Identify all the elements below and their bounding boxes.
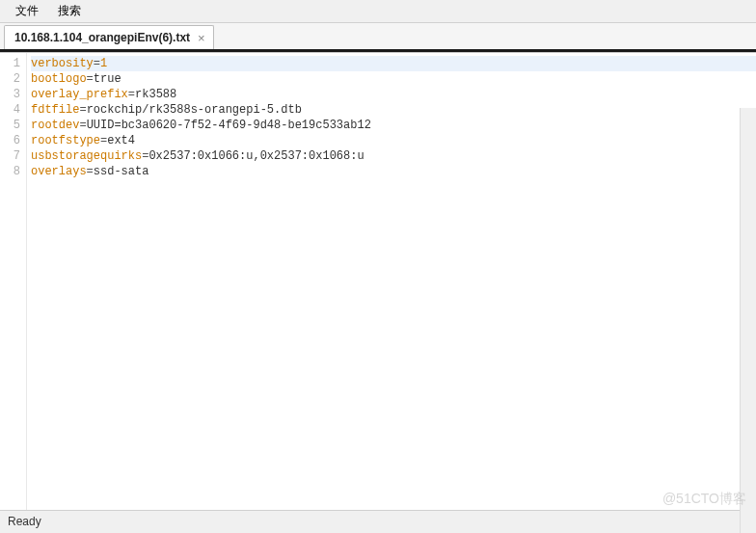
line-number: 8 — [0, 164, 20, 179]
line-number: 2 — [0, 71, 20, 87]
line-number: 5 — [0, 118, 20, 133]
code-line: bootlogo=true — [31, 71, 756, 87]
code-line: overlay_prefix=rk3588 — [31, 87, 756, 102]
editor-area: 1 2 3 4 5 6 7 8 verbosity=1 bootlogo=tru… — [0, 52, 756, 510]
tab-title: 10.168.1.104_orangepiEnv(6).txt — [14, 31, 190, 44]
line-number: 7 — [0, 148, 20, 164]
code-line: verbosity=1 — [31, 56, 756, 71]
status-text: Ready — [8, 515, 41, 528]
menu-file[interactable]: 文件 — [6, 1, 48, 21]
line-number-gutter: 1 2 3 4 5 6 7 8 — [0, 53, 27, 510]
close-icon[interactable]: × — [198, 32, 205, 44]
code-line: rootfstype=ext4 — [31, 133, 756, 148]
line-number: 3 — [0, 87, 20, 102]
vertical-scrollbar[interactable] — [740, 108, 756, 533]
code-editor[interactable]: verbosity=1 bootlogo=true overlay_prefix… — [27, 53, 756, 510]
status-bar: Ready — [0, 510, 756, 531]
line-number: 4 — [0, 102, 20, 118]
tab-active[interactable]: 10.168.1.104_orangepiEnv(6).txt × — [4, 25, 214, 49]
line-number: 6 — [0, 133, 20, 148]
code-line: fdtfile=rockchip/rk3588s-orangepi-5.dtb — [31, 102, 756, 118]
line-number: 1 — [0, 56, 20, 71]
code-line: usbstoragequirks=0x2537:0x1066:u,0x2537:… — [31, 148, 756, 164]
code-line: overlays=ssd-sata — [31, 164, 756, 179]
tab-bar: 10.168.1.104_orangepiEnv(6).txt × — [0, 23, 756, 52]
menu-bar: 文件 搜索 — [0, 0, 756, 23]
code-line: rootdev=UUID=bc3a0620-7f52-4f69-9d48-be1… — [31, 118, 756, 133]
menu-search[interactable]: 搜索 — [48, 1, 91, 21]
